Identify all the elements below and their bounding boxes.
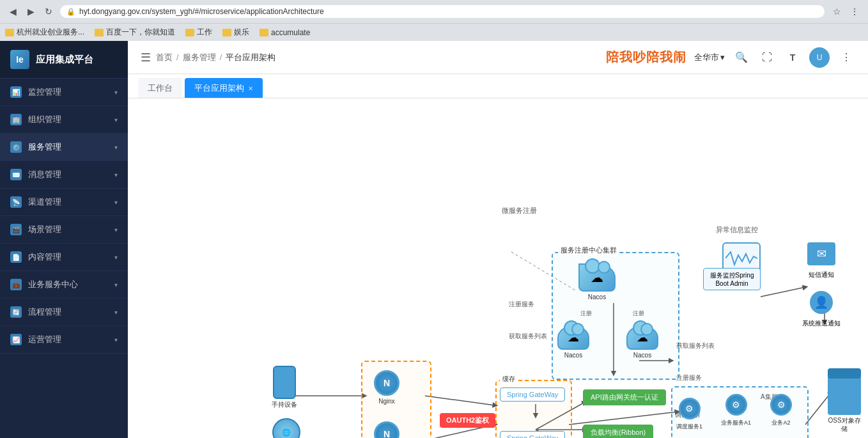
sidebar-label-ops: 运营管理: [28, 334, 61, 345]
sidebar-label-channel: 渠道管理: [28, 196, 61, 208]
message-box-area: ✉ 短信通知 👤 系统推送通知: [802, 242, 841, 328]
menu-button[interactable]: ⋮: [848, 4, 862, 19]
biz-service-a2-node: ⚙ 业务A2: [770, 394, 792, 427]
sidebar-item-scene[interactable]: 🎬 场景管理 ▾: [0, 216, 128, 244]
cluster-box-label: 服务注册中心集群: [558, 246, 619, 255]
org-icon: 🏢: [10, 114, 22, 125]
flow-icon: 🔄: [10, 306, 22, 318]
channel-icon: 📡: [10, 196, 22, 208]
bookmarks-bar: 杭州就业创业服务... 百度一下，你就知道 工作 娱乐 accumulate: [0, 23, 868, 41]
sidebar-label-service: 服务管理: [28, 141, 61, 153]
tab-workbench[interactable]: 工作台: [138, 78, 182, 98]
nginx-node-2: N Nginx: [374, 421, 399, 438]
bookmark-hangzhou[interactable]: 杭州就业创业服务...: [5, 27, 84, 38]
open-api-node: 🌐 开放API调用: [268, 418, 304, 438]
browser-bar: ◀ ▶ ↻ 🔒 hyt.dongyang.gov.cn/system_ygh/#…: [0, 0, 868, 23]
ops-icon: 📈: [10, 334, 22, 345]
lock-icon: 🔒: [66, 8, 75, 16]
breadcrumb-home[interactable]: 首页: [156, 52, 173, 63]
sidebar: Ie 应用集成平台 📊 监控管理 ▾ 🏢 组织管理 ▾ ⚙️ 服务管理 ▾: [0, 41, 128, 438]
sidebar-label-monitor: 监控管理: [28, 86, 61, 98]
oss-node: OSS对象存储: [826, 373, 863, 433]
spring-gateway-2: Spring GateWay: [500, 431, 565, 438]
logo-icon: Ie: [10, 50, 29, 69]
register-service-label: 注册服务: [676, 373, 702, 382]
chevron-down-icon-8: ▾: [114, 281, 118, 288]
sidebar-item-content[interactable]: 📄 内容管理 ▾: [0, 244, 128, 271]
sidebar-item-ops[interactable]: 📈 运营管理 ▾: [0, 326, 128, 354]
message-icon: ✉️: [10, 169, 22, 180]
svg-line-11: [569, 412, 678, 425]
star-button[interactable]: ☆: [830, 4, 844, 19]
city-selector[interactable]: 全华市 ▾: [694, 52, 725, 63]
chevron-down-icon-9: ▾: [114, 309, 118, 316]
chevron-down-icon-5: ▾: [114, 199, 118, 206]
spring-gateway-1: Spring GateWay: [500, 387, 565, 402]
sidebar-item-flow[interactable]: 🔄 流程管理 ▾: [0, 299, 128, 326]
chevron-down-icon-10: ▾: [114, 336, 118, 343]
bookmark-baidu[interactable]: 百度一下，你就知道: [95, 27, 175, 38]
sidebar-label-message: 消息管理: [28, 169, 61, 180]
avatar[interactable]: U: [809, 47, 830, 68]
url-text: hyt.dongyang.gov.cn/system_ygh/#/microse…: [79, 7, 324, 16]
sidebar-label-org: 组织管理: [28, 114, 61, 125]
back-button[interactable]: ◀: [6, 5, 19, 18]
sms-notify-label: 短信通知: [809, 270, 834, 279]
address-bar[interactable]: 🔒 hyt.dongyang.gov.cn/system_ygh/#/micro…: [60, 5, 825, 18]
sidebar-item-biz[interactable]: 💼 业务服务中心 ▾: [0, 271, 128, 299]
register-label-2: 注册: [580, 309, 592, 318]
hamburger-button[interactable]: ☰: [141, 51, 151, 65]
chevron-down-icon-6: ▾: [114, 226, 118, 233]
sidebar-item-channel[interactable]: 📡 渠道管理 ▾: [0, 189, 128, 216]
more-button[interactable]: ⋮: [837, 49, 855, 66]
sidebar-item-service[interactable]: ⚙️ 服务管理 ▾: [0, 134, 128, 161]
dispatch-1-node: ⚙ 调度服务1: [676, 398, 702, 431]
nacos-top-node: ☁ Nacos: [578, 263, 616, 301]
system-push-label: 系统推送通知: [802, 319, 841, 328]
svg-line-17: [761, 287, 805, 297]
biz-icon: 💼: [10, 279, 22, 290]
oauth2-box: OAUTH2鉴权: [440, 413, 495, 428]
header: ☰ 首页 / 服务管理 / 平台应用架构 陪我吵陪我闹 全华市 ▾ 🔍 ⛶ T: [128, 41, 868, 74]
sidebar-item-message[interactable]: ✉️ 消息管理 ▾: [0, 161, 128, 189]
microservice-register-label: 微服务注册: [502, 206, 537, 215]
hand-device-node: 手持设备: [272, 366, 297, 409]
chevron-down-icon: ▾: [114, 89, 118, 96]
bookmark-work[interactable]: 工作: [185, 27, 212, 38]
nacos-right-node: ☁ Nacos: [626, 325, 658, 359]
svg-line-3: [425, 396, 495, 405]
sidebar-label-scene: 场景管理: [28, 224, 61, 235]
diagram-area[interactable]: 微服务注册 服务注册中心集群 ☁ Nacos ☁ Na: [128, 98, 868, 438]
refresh-button[interactable]: ↻: [42, 5, 55, 18]
api-route-box: API路由网关统一认证: [583, 389, 666, 405]
sidebar-label-content: 内容管理: [28, 251, 61, 263]
font-size-button[interactable]: T: [784, 49, 802, 66]
chevron-down-icon-4: ▾: [114, 171, 118, 178]
brand-text: 陪我吵陪我闹: [606, 49, 686, 66]
nginx-node-1: N Nginx: [374, 370, 399, 405]
register-label-3: 注册: [633, 309, 644, 318]
service-register-cluster-box: 服务注册中心集群: [552, 252, 679, 380]
exception-monitor-label: 异常信息监控: [716, 225, 758, 235]
chevron-down-icon-7: ▾: [114, 254, 118, 261]
bookmark-accumulate[interactable]: accumulate: [260, 28, 310, 37]
tab-close-icon[interactable]: ✕: [248, 85, 253, 92]
scene-icon: 🎬: [10, 224, 22, 235]
breadcrumb-service[interactable]: 服务管理: [183, 52, 216, 63]
monitor-icon: 📊: [10, 86, 22, 98]
service-monitor-box: 服务监控Spring Boot Admin: [703, 268, 761, 290]
get-list-label-2: 获取服务列表: [676, 341, 715, 350]
sidebar-item-org[interactable]: 🏢 组织管理 ▾: [0, 106, 128, 134]
tab-app-arch[interactable]: 平台应用架构 ✕: [185, 78, 263, 98]
register-label-1: 注册服务: [509, 300, 534, 309]
chevron-down-icon-3: ▾: [114, 144, 118, 151]
breadcrumb-current: 平台应用架构: [226, 52, 275, 63]
sidebar-item-monitor[interactable]: 📊 监控管理 ▾: [0, 79, 128, 106]
sidebar-logo: Ie 应用集成平台: [0, 41, 128, 79]
bookmark-entertainment[interactable]: 娱乐: [222, 27, 249, 38]
sidebar-label-flow: 流程管理: [28, 306, 61, 318]
search-button[interactable]: 🔍: [732, 49, 750, 66]
forward-button[interactable]: ▶: [24, 5, 37, 18]
nacos-left-node: ☁ Nacos: [557, 325, 589, 359]
fullscreen-button[interactable]: ⛶: [758, 49, 776, 66]
